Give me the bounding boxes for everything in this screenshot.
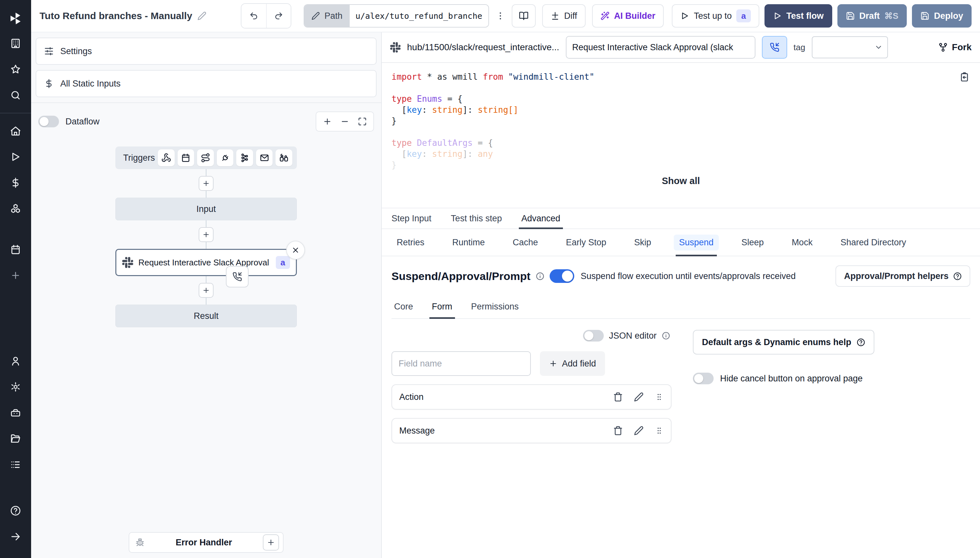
tab-form[interactable]: Form xyxy=(431,302,454,318)
collapse-arrow-icon[interactable] xyxy=(0,524,31,550)
favorites-star-icon[interactable] xyxy=(0,56,31,82)
help-icon[interactable] xyxy=(0,498,31,524)
info-icon[interactable] xyxy=(662,332,670,340)
test-flow-button[interactable]: Test flow xyxy=(765,4,832,28)
fork-button[interactable]: Fork xyxy=(938,42,972,53)
resources-boxes-icon[interactable] xyxy=(0,196,31,222)
test-up-to-button[interactable]: Test up to a xyxy=(672,4,759,28)
input-node-label: Input xyxy=(196,204,216,214)
workspace-icon[interactable] xyxy=(0,30,31,56)
error-handler-bar[interactable]: Error Handler xyxy=(129,532,284,553)
form-field-row-message[interactable]: Message xyxy=(391,418,671,443)
subtab-suspend[interactable]: Suspend xyxy=(674,229,719,256)
workers-icon[interactable] xyxy=(0,400,31,426)
http-route-trigger-icon[interactable] xyxy=(197,149,214,166)
tab-test-this-step[interactable]: Test this step xyxy=(451,208,502,228)
suspend-phone-badge[interactable] xyxy=(226,266,249,287)
default-args-help-button[interactable]: Default args & Dynamic enums help xyxy=(693,330,874,354)
poll-trigger-icon[interactable] xyxy=(276,149,292,166)
deploy-button[interactable]: Deploy xyxy=(912,4,972,28)
edit-field-button[interactable] xyxy=(634,392,643,402)
close-icon xyxy=(291,246,300,254)
input-node[interactable]: Input xyxy=(115,198,297,220)
create-plus-icon[interactable] xyxy=(0,263,31,289)
search-icon[interactable] xyxy=(0,82,31,108)
delete-step-button[interactable] xyxy=(286,241,305,259)
docs-button[interactable] xyxy=(512,4,536,28)
suspend-indicator-button[interactable] xyxy=(762,36,787,59)
add-field-button[interactable]: Add field xyxy=(540,351,605,376)
selected-step-node[interactable]: Request Interactive Slack Approval (... … xyxy=(115,249,297,276)
code-block: import * as wmill from "windmill-client"… xyxy=(391,71,957,171)
subtab-early-stop[interactable]: Early Stop xyxy=(561,229,612,256)
hide-cancel-toggle[interactable] xyxy=(693,373,714,384)
drag-handle[interactable] xyxy=(655,426,664,435)
kafka-trigger-icon[interactable] xyxy=(236,149,253,166)
subtab-cache[interactable]: Cache xyxy=(507,229,543,256)
subtab-mock[interactable]: Mock xyxy=(786,229,818,256)
add-error-handler-button[interactable] xyxy=(263,534,279,551)
tab-advanced[interactable]: Advanced xyxy=(522,208,560,228)
subtab-sleep[interactable]: Sleep xyxy=(736,229,769,256)
copy-code-button[interactable] xyxy=(959,72,970,82)
play-icon xyxy=(680,11,689,20)
edit-title-icon[interactable] xyxy=(197,11,207,20)
form-field-row-action[interactable]: Action xyxy=(391,384,671,410)
schedules-calendar-icon[interactable] xyxy=(0,236,31,263)
result-node[interactable]: Result xyxy=(115,305,297,327)
undo-button[interactable] xyxy=(241,4,266,28)
dataflow-toggle[interactable] xyxy=(38,116,59,127)
redo-button[interactable] xyxy=(266,4,291,28)
subtab-shared-directory[interactable]: Shared Directory xyxy=(835,229,911,256)
hub-script-path[interactable]: hub/11500/slack/request_interactive... xyxy=(407,42,559,53)
subtab-skip[interactable]: Skip xyxy=(629,229,657,256)
folders-icon[interactable] xyxy=(0,426,31,452)
variables-dollar-icon[interactable] xyxy=(0,170,31,196)
flow-settings-card[interactable]: Settings xyxy=(36,38,377,65)
delete-field-button[interactable] xyxy=(613,392,623,402)
home-icon[interactable] xyxy=(0,118,31,144)
info-icon[interactable] xyxy=(536,272,545,281)
tab-core[interactable]: Core xyxy=(393,302,414,318)
schedule-trigger-icon[interactable] xyxy=(177,149,194,166)
subtab-retries[interactable]: Retries xyxy=(391,229,430,256)
json-editor-toggle[interactable] xyxy=(583,330,604,341)
add-step-button[interactable] xyxy=(199,227,213,242)
approval-prompt-helpers-button[interactable]: Approval/Prompt helpers xyxy=(836,265,970,287)
static-inputs-card[interactable]: All Static Inputs xyxy=(36,70,377,97)
code-editor[interactable]: import * as wmill from "windmill-client"… xyxy=(382,63,980,165)
step-summary-input[interactable] xyxy=(566,36,755,59)
path-input[interactable] xyxy=(350,5,488,27)
delete-field-button[interactable] xyxy=(613,426,623,435)
diff-button[interactable]: Diff xyxy=(542,4,586,28)
windmill-logo[interactable] xyxy=(0,7,31,30)
field-name-input[interactable] xyxy=(391,351,531,376)
path-chip[interactable]: Path xyxy=(304,5,350,27)
app-window: Tuto Refund branches - Manually Path Dif… xyxy=(0,0,980,558)
settings-gear-icon[interactable] xyxy=(0,374,31,400)
tag-select[interactable] xyxy=(812,36,888,58)
edit-field-button[interactable] xyxy=(634,426,643,435)
account-user-icon[interactable] xyxy=(0,348,31,374)
triggers-node[interactable]: Triggers xyxy=(115,146,297,169)
more-options-kebab-icon[interactable] xyxy=(496,11,505,21)
zoom-in-button[interactable] xyxy=(320,114,335,129)
runs-play-icon[interactable] xyxy=(0,144,31,170)
tab-permissions[interactable]: Permissions xyxy=(470,302,520,318)
advanced-subtabs: Retries Runtime Cache Early Stop Skip Su… xyxy=(382,229,980,256)
add-step-button[interactable] xyxy=(199,176,213,191)
subtab-runtime[interactable]: Runtime xyxy=(447,229,490,256)
ai-builder-button[interactable]: AI Builder xyxy=(592,4,664,28)
drag-handle[interactable] xyxy=(655,392,664,402)
fit-view-button[interactable] xyxy=(355,114,370,129)
draft-button[interactable]: Draft ⌘S xyxy=(837,4,907,28)
websocket-trigger-icon[interactable] xyxy=(217,149,234,166)
tab-step-input[interactable]: Step Input xyxy=(391,208,431,228)
suspend-enabled-toggle[interactable] xyxy=(550,269,574,283)
audit-logs-icon[interactable] xyxy=(0,452,31,478)
webhook-trigger-icon[interactable] xyxy=(158,149,175,166)
zoom-out-button[interactable] xyxy=(337,114,353,129)
email-trigger-icon[interactable] xyxy=(256,149,273,166)
show-all-button[interactable]: Show all xyxy=(662,176,700,186)
add-step-button[interactable] xyxy=(199,283,213,298)
